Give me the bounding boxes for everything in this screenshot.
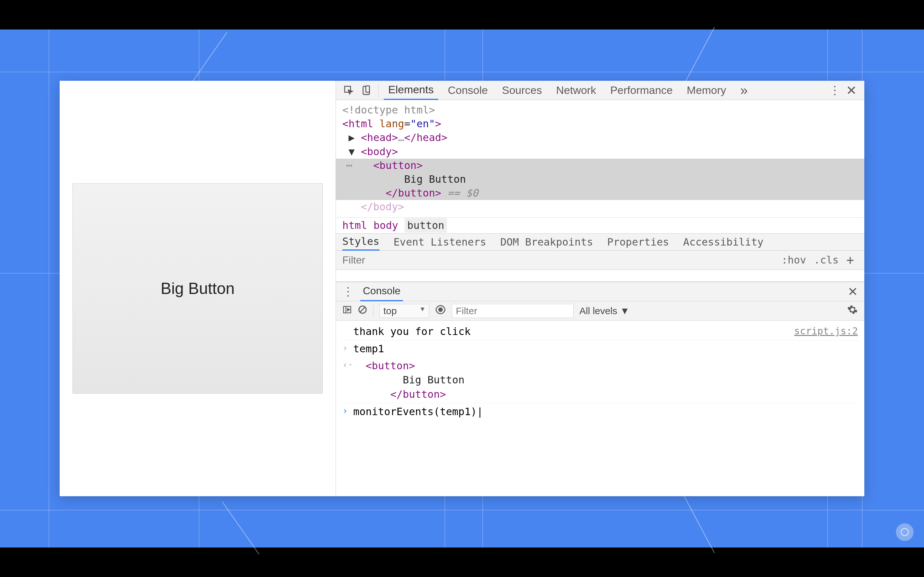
console-drawer-header: ⋮ Console ✕	[336, 282, 864, 301]
tab-memory[interactable]: Memory	[682, 81, 731, 100]
bg-line	[684, 27, 715, 84]
subtab-properties[interactable]: Properties	[607, 234, 669, 251]
console-filter-input[interactable]	[452, 304, 573, 318]
console-drawer-tab[interactable]: Console	[360, 282, 403, 301]
devtools-tabs: Elements Console Sources Network Perform…	[336, 81, 864, 100]
device-toggle-icon[interactable]	[360, 84, 373, 97]
letterbox-bottom	[0, 548, 924, 577]
elements-panel: <!doctype html> <html lang="en"> ▶ <head…	[336, 100, 864, 282]
kebab-menu-icon[interactable]: ⋮	[342, 285, 354, 298]
crumb-button[interactable]: button	[405, 218, 447, 233]
styles-filter-bar: :hov .cls +	[336, 251, 864, 270]
bg-line	[0, 72, 924, 72]
devtools-panel: Elements Console Sources Network Perform…	[336, 81, 864, 496]
subtab-accessibility[interactable]: Accessibility	[683, 234, 763, 251]
breadcrumb: html body button	[336, 218, 864, 234]
clear-console-icon[interactable]	[358, 305, 367, 317]
page-preview: Big Button	[60, 81, 336, 496]
close-devtools-icon[interactable]: ✕	[845, 84, 858, 97]
tab-performance[interactable]: Performance	[606, 81, 677, 100]
svg-marker-5	[347, 308, 349, 311]
main-window: Big Button Elements Console Sources Netw…	[60, 81, 864, 496]
crumb-body[interactable]: body	[373, 219, 398, 231]
bg-line	[190, 32, 227, 85]
live-expression-icon[interactable]	[435, 304, 446, 318]
bg-line	[0, 510, 924, 510]
subtab-event-listeners[interactable]: Event Listeners	[394, 234, 486, 251]
console-toolbar: top All levels ▼	[336, 301, 864, 321]
log-source-link[interactable]: script.js:2	[794, 324, 858, 338]
big-button-label: Big Button	[161, 279, 235, 298]
sidebar-toggle-icon[interactable]	[342, 305, 352, 317]
styles-filter-input[interactable]	[342, 254, 778, 266]
hov-toggle[interactable]: :hov	[778, 254, 810, 266]
dom-tree[interactable]: <!doctype html> <html lang="en"> ▶ <head…	[336, 100, 864, 218]
svg-point-11	[901, 529, 908, 535]
subtab-styles[interactable]: Styles	[342, 234, 380, 251]
console-drawer: ⋮ Console ✕ top	[336, 282, 864, 496]
svg-point-8	[438, 308, 443, 312]
gear-icon[interactable]	[847, 304, 858, 318]
console-output[interactable]: thank you for click script.js:2 › temp1 …	[336, 321, 864, 496]
separator	[373, 305, 373, 318]
letterbox-top	[0, 0, 924, 29]
kebab-menu-icon[interactable]: ⋮	[829, 84, 841, 97]
console-prompt-row[interactable]: › monitorEvents(temp1)|	[342, 403, 858, 420]
ellipsis-icon[interactable]: ⋯	[346, 159, 352, 172]
tab-elements[interactable]: Elements	[384, 81, 438, 100]
svg-rect-2	[366, 85, 369, 92]
styles-tabs: Styles Event Listeners DOM Breakpoints P…	[336, 234, 864, 251]
console-input-row[interactable]: › temp1	[342, 340, 858, 358]
big-button[interactable]: Big Button	[73, 183, 323, 394]
context-select[interactable]: top	[379, 304, 429, 318]
tab-network[interactable]: Network	[551, 81, 601, 100]
dom-html-open[interactable]: <html lang="en">	[342, 117, 858, 131]
cls-toggle[interactable]: .cls	[810, 254, 843, 266]
dom-body-close[interactable]: </body>	[342, 200, 858, 214]
bg-line	[684, 496, 715, 553]
separator	[378, 84, 379, 97]
slide-background: Big Button Elements Console Sources Netw…	[0, 29, 924, 548]
dom-body-open[interactable]: ▼ <body>	[342, 145, 858, 159]
tab-sources[interactable]: Sources	[497, 81, 546, 100]
dom-doctype[interactable]: <!doctype html>	[342, 103, 858, 117]
dom-selected-element[interactable]: <button> Big Button </button> == $0	[336, 159, 864, 200]
tabs-overflow-icon[interactable]: »	[736, 81, 752, 100]
tab-console[interactable]: Console	[443, 81, 493, 100]
inspect-icon[interactable]	[342, 84, 355, 97]
bg-line	[222, 502, 259, 554]
close-drawer-icon[interactable]: ✕	[848, 285, 858, 299]
bg-line	[49, 29, 49, 548]
dom-head[interactable]: ▶ <head>…</head>	[342, 131, 858, 145]
log-levels-select[interactable]: All levels ▼	[580, 306, 630, 316]
console-log-row[interactable]: thank you for click script.js:2	[342, 323, 858, 340]
chrome-logo-icon	[895, 522, 914, 542]
console-output-row[interactable]: ‹· <button> Big Button </button>	[342, 358, 858, 403]
svg-line-7	[360, 308, 365, 312]
subtab-dom-breakpoints[interactable]: DOM Breakpoints	[501, 234, 593, 251]
crumb-html[interactable]: html	[342, 219, 367, 231]
add-rule-button[interactable]: +	[843, 253, 858, 268]
